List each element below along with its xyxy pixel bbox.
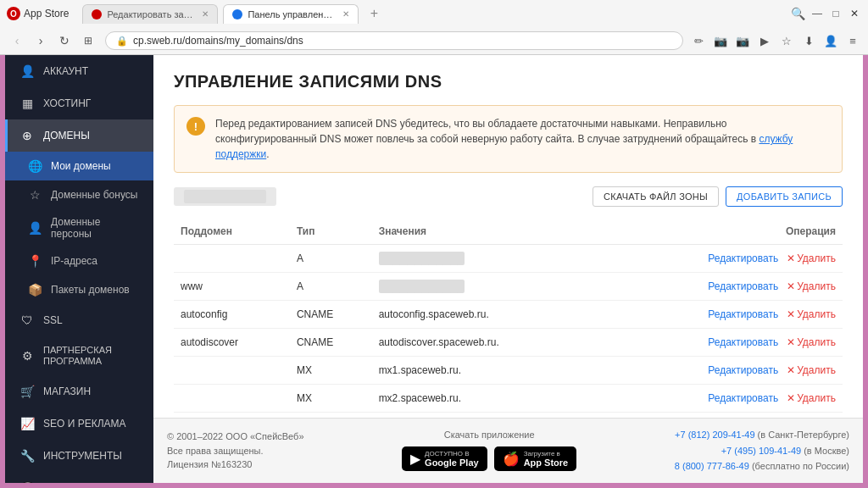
phone-russia-link[interactable]: 8 (800) 777-86-49: [675, 461, 749, 471]
sidebar-item-domain-packages[interactable]: 📦 Пакеты доменов: [5, 275, 153, 304]
delete-link[interactable]: ✕Удалить: [787, 392, 836, 404]
bookmark-icon[interactable]: ☆: [778, 32, 795, 49]
app-store-badge[interactable]: 🍎 Загрузите в App Store: [494, 446, 577, 471]
sidebar-item-account[interactable]: 👤 АККАУНТ: [5, 55, 153, 87]
sidebar-label-tools: ИНСТРУМЕНТЫ: [43, 450, 122, 462]
phone-spb: +7 (812) 209-41-49 (в Санкт-Петербурге): [675, 427, 849, 443]
tab-2-close[interactable]: ✕: [342, 9, 349, 19]
instagram-icon[interactable]: 📷: [734, 32, 751, 49]
sidebar-item-hosting[interactable]: ▦ ХОСТИНГ: [5, 87, 153, 119]
edit-link[interactable]: Редактировать: [708, 392, 778, 404]
domain-placeholder: ██████████: [184, 190, 266, 203]
photo-icon[interactable]: 📷: [712, 32, 729, 49]
google-play-name: Google Play: [425, 458, 479, 468]
cell-value: autoconfig.spaceweb.ru.: [372, 301, 591, 329]
cell-type: A: [290, 245, 372, 273]
back-button[interactable]: ‹: [7, 30, 27, 51]
delete-link[interactable]: ✕Удалить: [787, 280, 836, 292]
shop-icon: 🛒: [19, 384, 35, 399]
close-button[interactable]: ✕: [848, 7, 861, 20]
sidebar-item-shop[interactable]: 🛒 МАГАЗИН: [5, 375, 153, 408]
cell-operation: Редактировать ✕Удалить: [612, 357, 843, 385]
sidebar-label-hosting: ХОСТИНГ: [43, 97, 91, 109]
cell-operation: Редактировать ✕Удалить: [612, 245, 843, 273]
account-icon: 👤: [19, 64, 35, 79]
copyright: © 2001–2022 ООО «СпейсВеб»: [167, 430, 304, 444]
ip-icon: 📍: [27, 253, 42, 269]
cell-operation: Редактировать ✕Удалить: [612, 273, 843, 301]
sidebar-item-domain-bonuses[interactable]: ☆ Доменные бонусы: [5, 180, 153, 209]
sidebar-item-support[interactable]: 💬 ПОДДЕРЖКА: [5, 472, 153, 483]
edit-link[interactable]: Редактировать: [708, 280, 778, 292]
edit-link[interactable]: Редактировать: [708, 336, 778, 348]
delete-link[interactable]: ✕Удалить: [787, 308, 836, 320]
cell-subdomain: www: [174, 273, 290, 301]
cell-type: CNAME: [290, 329, 372, 357]
grid-view-button[interactable]: ⊞: [78, 30, 98, 51]
new-tab-button[interactable]: +: [364, 3, 384, 24]
edit-link[interactable]: Редактировать: [708, 308, 778, 320]
user-icon[interactable]: 👤: [822, 32, 839, 49]
sidebar-label-support: ПОДДЕРЖКА: [43, 482, 108, 483]
tab-1-close[interactable]: ✕: [202, 9, 209, 19]
sidebar-item-ssl[interactable]: 🛡 SSL: [5, 304, 153, 336]
browser-actions: ✏ 📷 📷 ▶ ☆ ⬇ 👤 ≡: [690, 32, 861, 49]
download-icon[interactable]: ⬇: [800, 32, 817, 49]
hosting-icon: ▦: [19, 96, 35, 111]
footer-center: Скачать приложение ▶ ДОСТУПНО В Google P…: [402, 430, 576, 471]
sidebar-label-my-domains: Мои домены: [51, 160, 111, 172]
cell-operation: Редактировать ✕Удалить: [612, 301, 843, 329]
app-badges: ▶ ДОСТУПНО В Google Play 🍎 Загрузите в A…: [402, 446, 576, 471]
delete-link[interactable]: ✕Удалить: [787, 252, 836, 264]
browser-chrome: O App Store Редактировать запись "L» ✕ П…: [0, 0, 868, 55]
footer-left: © 2001–2022 ООО «СпейсВеб» Все права защ…: [167, 430, 304, 472]
search-icon[interactable]: 🔍: [791, 7, 805, 20]
tab-2[interactable]: Панель управления VH ✕: [223, 4, 359, 24]
delete-link[interactable]: ✕Удалить: [787, 364, 836, 376]
sidebar-label-domain-packages: Пакеты доменов: [51, 284, 130, 296]
cell-subdomain: [174, 245, 290, 273]
url-bar[interactable]: 🔒 cp.sweb.ru/domains/my_domains/dns: [105, 31, 683, 50]
sidebar-item-domains[interactable]: ⊕ ДОМЕНЫ: [5, 119, 153, 152]
delete-link[interactable]: ✕Удалить: [787, 336, 836, 348]
play-icon[interactable]: ▶: [756, 32, 773, 49]
phone-spb-link[interactable]: +7 (812) 209-41-49: [675, 430, 754, 440]
content-area: УПРАВЛЕНИЕ ЗАПИСЯМИ DNS ! Перед редактир…: [153, 55, 863, 418]
menu-bar[interactable]: O App Store: [7, 7, 69, 20]
ssl-icon: 🛡: [19, 313, 35, 328]
sidebar-label-domains: ДОМЕНЫ: [43, 130, 90, 141]
forward-button[interactable]: ›: [31, 30, 51, 51]
sidebar-item-domain-persons[interactable]: 👤 Доменные персоны: [5, 209, 153, 247]
edit-link[interactable]: Редактировать: [708, 252, 778, 264]
opera-logo: O: [7, 7, 20, 20]
minimize-button[interactable]: —: [810, 7, 824, 20]
sidebar-item-seo[interactable]: 📈 SEO И РЕКЛАМА: [5, 408, 153, 440]
tab-1[interactable]: Редактировать запись "L» ✕: [82, 4, 218, 24]
domain-actions: СКАЧАТЬ ФАЙЛ ЗОНЫ ДОБАВИТЬ ЗАПИСЬ: [593, 186, 843, 207]
sidebar-item-partner[interactable]: ⚙ ПАРТНЕРСКАЯПРОГРАММА: [5, 336, 153, 375]
edit-link[interactable]: Редактировать: [708, 364, 778, 376]
packages-icon: 📦: [27, 282, 42, 297]
tabs-container: Редактировать запись "L» ✕ Панель управл…: [82, 3, 784, 24]
tab-1-icon: [92, 9, 102, 19]
refresh-button[interactable]: ↻: [54, 30, 75, 51]
my-domains-icon: 🌐: [27, 158, 42, 174]
cell-operation: Редактировать ✕Удалить: [612, 329, 843, 357]
table-row: MX mx1.spaceweb.ru. Редактировать ✕Удали…: [174, 357, 843, 385]
table-row: A ██████████ Редактировать ✕Удалить: [174, 245, 843, 273]
download-zone-button[interactable]: СКАЧАТЬ ФАЙЛ ЗОНЫ: [593, 186, 719, 207]
menu-icon[interactable]: ≡: [844, 32, 861, 49]
support-icon: 💬: [19, 480, 35, 483]
edit-icon[interactable]: ✏: [690, 32, 707, 49]
maximize-button[interactable]: □: [829, 7, 843, 20]
google-play-badge[interactable]: ▶ ДОСТУПНО В Google Play: [402, 446, 487, 471]
sidebar-item-my-domains[interactable]: 🌐 Мои домены: [5, 152, 153, 180]
phone-moscow-link[interactable]: +7 (495) 109-41-49: [721, 446, 801, 456]
add-record-button[interactable]: ДОБАВИТЬ ЗАПИСЬ: [726, 186, 843, 207]
sidebar-item-ip-addresses[interactable]: 📍 IP-адреса: [5, 247, 153, 275]
google-play-sub: ДОСТУПНО В: [425, 450, 479, 458]
lock-icon: 🔒: [116, 36, 128, 47]
sidebar-item-tools[interactable]: 🔧 ИНСТРУМЕНТЫ: [5, 440, 153, 472]
cell-value: mx2.spaceweb.ru.: [372, 385, 591, 413]
cell-value: mx1.spaceweb.ru.: [372, 357, 591, 385]
